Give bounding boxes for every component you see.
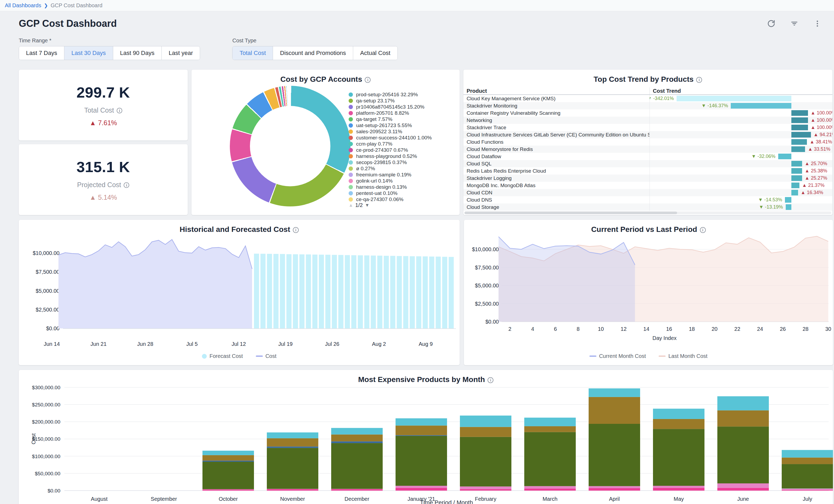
svg-text:February: February bbox=[475, 496, 497, 502]
legend-label: golink-url 0.14% bbox=[356, 178, 393, 184]
svg-text:$5,000.00: $5,000.00 bbox=[36, 288, 60, 294]
info-icon[interactable]: i bbox=[487, 377, 493, 383]
legend-dot bbox=[349, 185, 353, 189]
table-row: Stackdriver Monitoring ▼ -146.37% bbox=[463, 102, 832, 109]
cost-trend-cell: ▲ 25.70% bbox=[650, 160, 832, 167]
total-cost-value: 299.7 K bbox=[76, 84, 130, 101]
svg-text:22: 22 bbox=[734, 326, 740, 332]
svg-text:$250,000.00: $250,000.00 bbox=[32, 402, 60, 408]
legend-page-down-icon[interactable]: ▼ bbox=[365, 203, 370, 208]
legend-item-ce-qa-274307[interactable]: ce-qa-274307 0.06% bbox=[349, 197, 456, 202]
time-range-option-last-year[interactable]: Last year bbox=[161, 46, 200, 60]
legend-item-current-month-cost[interactable]: Current Month Cost bbox=[589, 353, 646, 359]
svg-text:$0.00: $0.00 bbox=[46, 326, 60, 331]
panel-title: Current Period vs Last Period bbox=[591, 225, 697, 234]
chart-legend: Forecast CostCost bbox=[19, 353, 460, 359]
legend-label: platform-205701 8.82% bbox=[356, 110, 409, 116]
legend-item-forecast-cost[interactable]: Forecast Cost bbox=[202, 353, 243, 359]
cost-trend-cell: ▲ 25.27% bbox=[650, 175, 832, 182]
refresh-button[interactable] bbox=[765, 18, 777, 29]
legend-item-customer-success-244100[interactable]: customer-success-244100 1.00% bbox=[349, 135, 456, 140]
cost-type-group: Total CostDiscount and PromotionsActual … bbox=[232, 46, 397, 60]
column-header-product[interactable]: Product bbox=[463, 87, 650, 94]
legend-item-last-month-cost[interactable]: Last Month Cost bbox=[659, 353, 707, 359]
legend-item-qa-target[interactable]: qa-target 7.57% bbox=[349, 116, 456, 122]
cost-trend-cell: ▲ 38.41% bbox=[650, 138, 832, 146]
legend-item-freemium-sample[interactable]: freemium-sample 0.19% bbox=[349, 172, 456, 177]
info-icon[interactable]: i bbox=[124, 182, 129, 188]
cost-trend-cell: ▼ -32.06% bbox=[650, 153, 832, 160]
legend-item-harness-design[interactable]: harness-design 0.13% bbox=[349, 184, 456, 190]
historical-forecast-chart: $10,000.00$7,500.00$5,000.00$2,500.00$0.… bbox=[19, 220, 460, 365]
donut-chart[interactable] bbox=[230, 86, 351, 206]
svg-text:Jul 19: Jul 19 bbox=[278, 341, 292, 347]
cost-trend-cell: ▲ 100.00% bbox=[650, 117, 832, 124]
legend-dot bbox=[349, 123, 353, 128]
legend-item-cost[interactable]: Cost bbox=[256, 353, 277, 359]
legend-item-[interactable]: ø 0.27% bbox=[349, 166, 456, 171]
panel-title: Historical and Forecasted Cost bbox=[180, 225, 290, 234]
more-menu-button[interactable] bbox=[811, 18, 823, 29]
svg-text:$300,000.00: $300,000.00 bbox=[32, 385, 60, 390]
table-row: Cloud Key Management Service (KMS) ▼ -34… bbox=[463, 95, 832, 102]
table-row: Cloud Storage ▼ -13.19% bbox=[463, 203, 832, 211]
trend-value: ▲ 38.41% bbox=[810, 138, 832, 146]
legend-item-ce-prod-274307[interactable]: ce-prod-274307 0.67% bbox=[349, 147, 456, 153]
legend-item-sales-209522[interactable]: sales-209522 3.11% bbox=[349, 129, 456, 134]
legend-dot bbox=[349, 160, 353, 165]
svg-text:Jul 26: Jul 26 bbox=[325, 341, 339, 347]
panel-title: Most Expensive Products by Month bbox=[358, 375, 485, 384]
time-range-option-last-30-days[interactable]: Last 30 Days bbox=[64, 46, 113, 60]
time-range-option-last-90-days[interactable]: Last 90 Days bbox=[113, 46, 161, 60]
cost-trend-cell: ▼ -342.01% bbox=[650, 95, 832, 102]
legend-item-golink-url[interactable]: golink-url 0.14% bbox=[349, 178, 456, 184]
legend-item-secops-239815[interactable]: secops-239815 0.37% bbox=[349, 159, 456, 165]
cost-trend-cell: ▲ 33.51% bbox=[650, 146, 832, 153]
filter-button[interactable] bbox=[788, 18, 800, 29]
breadcrumb-all-dashboards[interactable]: All Dashboards bbox=[5, 2, 41, 8]
svg-text:June: June bbox=[737, 496, 749, 502]
trend-bar bbox=[791, 182, 799, 188]
table-row: Cloud SQL ▲ 25.70% bbox=[463, 160, 832, 167]
legend-item-qa-setup[interactable]: qa-setup 23.17% bbox=[349, 98, 456, 104]
trend-value: ▼ -146.37% bbox=[701, 102, 728, 109]
info-icon[interactable]: i bbox=[696, 77, 702, 83]
legend-label: harness-design 0.13% bbox=[356, 184, 407, 190]
cost-type-option-actual-cost[interactable]: Actual Cost bbox=[353, 46, 397, 60]
projected-cost-delta: ▲ 5.14% bbox=[90, 194, 117, 201]
legend-marker bbox=[589, 355, 596, 357]
table-row: Cloud Dataflow ▼ -32.06% bbox=[463, 153, 832, 160]
info-icon[interactable]: i bbox=[700, 227, 706, 233]
legend-item-pentest-uat[interactable]: pentest-uat 0.10% bbox=[349, 190, 456, 196]
total-cost-delta: ▲ 7.61% bbox=[90, 119, 117, 127]
cost-trend-cell: ▼ -13.19% bbox=[650, 203, 832, 211]
info-icon[interactable]: i bbox=[365, 77, 371, 83]
legend-item-prod-setup-205416[interactable]: prod-setup-205416 32.29% bbox=[349, 92, 456, 97]
legend-marker bbox=[659, 355, 665, 357]
cost-type-filter: Cost Type Total CostDiscount and Promoti… bbox=[232, 38, 397, 60]
column-header-cost-trend[interactable]: Cost Trend bbox=[650, 87, 832, 94]
legend-label: ccm-play 0.77% bbox=[356, 141, 392, 147]
legend-item-uat-setup-261723[interactable]: uat-setup-261723 5.55% bbox=[349, 123, 456, 128]
legend-label: uat-setup-261723 5.55% bbox=[356, 123, 412, 128]
legend-item-platform-205701[interactable]: platform-205701 8.82% bbox=[349, 110, 456, 116]
svg-text:April: April bbox=[609, 496, 620, 502]
info-icon[interactable]: i bbox=[293, 227, 299, 233]
legend-item-pr10406a87045145c3[interactable]: pr10406a87045145c3 15.20% bbox=[349, 104, 456, 110]
info-icon[interactable]: i bbox=[117, 108, 122, 113]
svg-text:Jul 12: Jul 12 bbox=[232, 341, 246, 347]
cost-type-option-discount-and-promotions[interactable]: Discount and Promotions bbox=[273, 46, 353, 60]
cost-type-option-total-cost[interactable]: Total Cost bbox=[233, 46, 273, 60]
legend-item-harness-playground[interactable]: harness-playground 0.52% bbox=[349, 153, 456, 159]
legend-page-up-icon[interactable]: ▲ bbox=[349, 203, 353, 208]
svg-text:12: 12 bbox=[620, 326, 627, 332]
legend-dot bbox=[349, 111, 353, 115]
legend-dot bbox=[349, 197, 353, 202]
time-range-option-last-7-days[interactable]: Last 7 Days bbox=[19, 46, 64, 60]
table-horizontal-scrollbar[interactable] bbox=[464, 212, 831, 214]
svg-text:Time Period / Month: Time Period / Month bbox=[420, 499, 473, 504]
trend-bar bbox=[791, 190, 798, 195]
projected-cost-card: 315.1 K Projected Costi ▲ 5.14% bbox=[19, 144, 188, 215]
legend-item-ccm-play[interactable]: ccm-play 0.77% bbox=[349, 141, 456, 147]
legend-label: pr10406a87045145c3 15.20% bbox=[356, 104, 424, 110]
